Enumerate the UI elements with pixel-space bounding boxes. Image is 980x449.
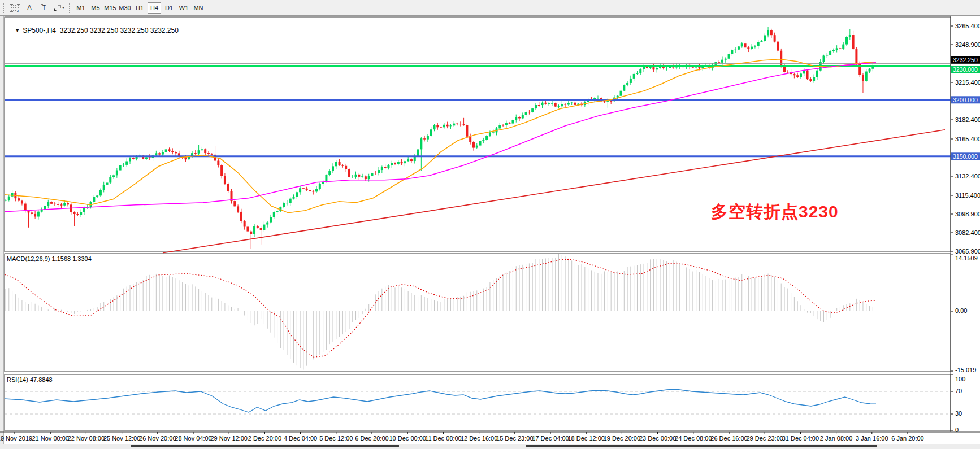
svg-text:3215.400: 3215.400: [955, 79, 980, 86]
svg-text:6 Jan 20:00: 6 Jan 20:00: [891, 435, 924, 442]
svg-text:3065.900: 3065.900: [955, 248, 980, 255]
svg-text:2 Dec 20:00: 2 Dec 20:00: [248, 435, 281, 442]
svg-text:29 Dec 23:00: 29 Dec 23:00: [746, 435, 783, 442]
svg-text:3248.900: 3248.900: [955, 41, 980, 48]
symbol-ohlc-label: ▼SP500-,H4 3232.250 3232.250 3232.250 32…: [7, 19, 179, 42]
svg-text:19 Nov 2019: 19 Nov 2019: [0, 435, 32, 442]
svg-text:10 Dec 00:00: 10 Dec 00:00: [389, 435, 426, 442]
svg-text:11 Dec 08:00: 11 Dec 08:00: [425, 435, 462, 442]
svg-text:29 Nov 12:00: 29 Nov 12:00: [210, 435, 247, 442]
svg-text:3165.400: 3165.400: [955, 136, 980, 142]
rsi-label: RSI(14) 47.8848: [7, 376, 53, 383]
svg-text:4 Dec 04:00: 4 Dec 04:00: [284, 435, 317, 442]
svg-text:5 Dec 12:00: 5 Dec 12:00: [319, 435, 353, 442]
scroll-segment[interactable]: [131, 445, 399, 447]
svg-text:3232.250: 3232.250: [953, 56, 978, 63]
svg-text:15 Dec 23:00: 15 Dec 23:00: [496, 435, 533, 442]
svg-text:24 Dec 08:00: 24 Dec 08:00: [675, 435, 712, 442]
level-box-3200.000: 3200.000: [951, 96, 980, 103]
svg-text:21 Nov 00:00: 21 Nov 00:00: [32, 435, 68, 442]
svg-text:2 Jan 08:00: 2 Jan 08:00: [820, 435, 853, 442]
svg-text:26 Nov 20:00: 26 Nov 20:00: [139, 435, 176, 442]
level-box-3230.000: 3230.000: [951, 66, 980, 73]
svg-text:17 Dec 04:00: 17 Dec 04:00: [532, 435, 569, 442]
indicator-axis-labels: 14.15090.00-15.01910070300: [951, 255, 978, 433]
svg-text:31 Dec 04:00: 31 Dec 04:00: [782, 435, 819, 442]
chart-annotation-text: 多空转折点3230: [711, 200, 839, 224]
mt4-window: F A T ▾ M1M5M15M30H1H4D1W1MN 3265.400324…: [0, 0, 980, 449]
svg-text:25 Nov 12:00: 25 Nov 12:00: [103, 435, 140, 442]
svg-text:18 Dec 12:00: 18 Dec 12:00: [567, 435, 604, 442]
svg-text:30: 30: [955, 410, 962, 417]
svg-text:12 Dec 16:00: 12 Dec 16:00: [461, 435, 497, 442]
svg-text:3098.900: 3098.900: [955, 211, 980, 217]
pane-frame-2: [5, 374, 951, 431]
svg-text:3115.400: 3115.400: [955, 192, 980, 199]
level-box-3150.000: 3150.000: [951, 152, 980, 160]
bottom-scroll-strip[interactable]: [0, 444, 980, 449]
svg-text:70: 70: [955, 387, 962, 394]
svg-text:3265.400: 3265.400: [955, 23, 980, 29]
scroll-segment[interactable]: [526, 445, 877, 447]
svg-text:6 Dec 20:00: 6 Dec 20:00: [355, 435, 388, 442]
svg-text:23 Dec 00:00: 23 Dec 00:00: [639, 435, 676, 442]
svg-text:3200.000: 3200.000: [953, 97, 978, 103]
svg-text:3230.000: 3230.000: [953, 66, 978, 73]
svg-text:3132.400: 3132.400: [955, 173, 980, 180]
svg-text:22 Nov 08:00: 22 Nov 08:00: [68, 435, 105, 442]
svg-text:19 Dec 20:00: 19 Dec 20:00: [604, 435, 640, 442]
svg-text:3082.400: 3082.400: [955, 229, 980, 236]
svg-text:28 Nov 04:00: 28 Nov 04:00: [175, 435, 211, 442]
current-price-box: 3232.250: [951, 56, 980, 64]
macd-label: MACD(12,26,9) 1.1568 1.3304: [7, 255, 92, 262]
svg-text:26 Dec 16:00: 26 Dec 16:00: [710, 435, 747, 442]
svg-text:100: 100: [955, 376, 965, 382]
svg-text:3182.400: 3182.400: [955, 116, 980, 123]
svg-text:3150.000: 3150.000: [953, 153, 978, 160]
time-axis-labels[interactable]: 19 Nov 201921 Nov 00:0022 Nov 08:0025 No…: [0, 432, 924, 442]
svg-text:14.1509: 14.1509: [955, 255, 978, 261]
chart-canvas[interactable]: 3265.4003248.9003215.4003182.4003165.400…: [0, 0, 980, 449]
pane-frame-1: [5, 254, 951, 372]
symbol-dropdown-icon[interactable]: ▼: [15, 28, 20, 33]
svg-text:0.00: 0.00: [955, 307, 967, 314]
svg-text:-15.019: -15.019: [955, 367, 976, 373]
svg-text:3 Jan 16:00: 3 Jan 16:00: [856, 435, 888, 442]
